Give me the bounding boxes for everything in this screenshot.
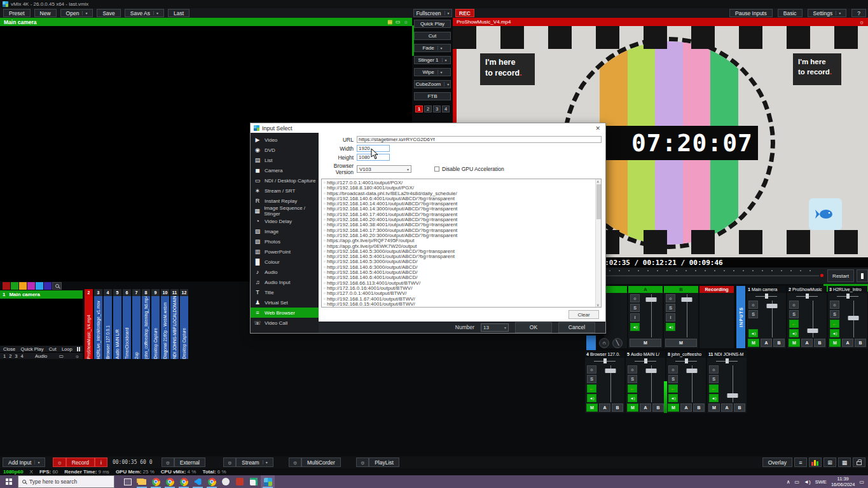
monitor-icon[interactable]: ▭ bbox=[396, 19, 401, 25]
levels-button[interactable] bbox=[809, 458, 822, 467]
close-icon[interactable]: ✕ bbox=[593, 125, 602, 132]
search-inputs-button[interactable] bbox=[52, 282, 62, 290]
save-button[interactable]: Save bbox=[97, 9, 120, 17]
input-footer-button[interactable]: 3 bbox=[14, 353, 18, 359]
cancel-button[interactable]: Cancel bbox=[558, 322, 595, 333]
channel-settings-button[interactable]: ☼ bbox=[668, 365, 678, 374]
channel-bus-b-button[interactable]: B bbox=[773, 339, 785, 347]
list-scrollbar[interactable]: ∧∨ bbox=[595, 179, 601, 307]
open-button[interactable]: Open▾ bbox=[60, 9, 93, 17]
channel-route-button[interactable]: ← bbox=[628, 384, 637, 393]
new-button[interactable]: New bbox=[34, 9, 57, 17]
input-footer-button[interactable]: 2 bbox=[8, 353, 12, 359]
channel-volume-fader[interactable] bbox=[720, 365, 745, 402]
bus-solo-button[interactable]: S bbox=[630, 304, 640, 312]
channel-speaker-button[interactable]: ◄) bbox=[709, 394, 719, 402]
disable-gpu-checkbox[interactable] bbox=[434, 166, 439, 172]
gear-icon[interactable]: ☼ bbox=[404, 19, 408, 25]
pan-slider[interactable] bbox=[707, 358, 747, 364]
input-gear-icon[interactable]: ☼ bbox=[74, 353, 80, 359]
browser-version-select[interactable]: V103 ▾ bbox=[357, 165, 411, 173]
chrome-profile-1-icon[interactable] bbox=[149, 475, 163, 488]
github-icon[interactable] bbox=[219, 475, 233, 488]
record-settings-button[interactable]: ☼ bbox=[53, 458, 65, 467]
bus-speaker-button[interactable]: ◄) bbox=[630, 323, 640, 331]
input-tab[interactable]: 8 john_coffeeshop_listening_hd.mp4 bbox=[142, 289, 150, 359]
channel-solo-button[interactable]: S bbox=[587, 375, 596, 383]
fade-button[interactable]: Fade▾ bbox=[414, 44, 451, 52]
dialog-sidebar-item[interactable]: ∗ Stream / SRT bbox=[251, 186, 319, 196]
dialog-sidebar-item[interactable]: ☏ Video Call bbox=[251, 318, 319, 328]
channel-solo-button[interactable]: S bbox=[748, 310, 758, 318]
stream-settings-button[interactable]: ☼ bbox=[223, 458, 236, 467]
open-dropdown-icon[interactable]: ▾ bbox=[82, 11, 87, 15]
bus-info-button[interactable]: i bbox=[630, 313, 640, 322]
overlay-number-button[interactable]: 4 bbox=[442, 105, 450, 112]
task-view-icon[interactable] bbox=[121, 475, 135, 488]
channel-route-button[interactable]: ← bbox=[709, 384, 719, 393]
multicorder-settings-button[interactable]: ☼ bbox=[289, 458, 301, 467]
cube-zoom-dropdown-icon[interactable]: ▾ bbox=[444, 82, 449, 86]
restart-button[interactable]: Restart bbox=[827, 269, 854, 282]
pan-slider[interactable] bbox=[747, 293, 786, 299]
dialog-sidebar-item[interactable]: ▥ PowerPoint bbox=[251, 247, 319, 257]
dialog-sidebar-item[interactable]: ♪ Audio bbox=[251, 267, 319, 277]
input-footer-button[interactable]: 1 bbox=[3, 353, 6, 359]
pan-slider[interactable] bbox=[626, 358, 665, 364]
wipe-dropdown-icon[interactable]: ▾ bbox=[437, 70, 443, 74]
fullscreen-output-icon[interactable]: ▭ bbox=[59, 353, 64, 359]
dialog-sidebar-item[interactable]: ▶ Video bbox=[251, 135, 319, 145]
basic-button[interactable]: Basic bbox=[778, 9, 803, 17]
help-button[interactable]: ? bbox=[851, 9, 866, 17]
multicorder-button[interactable]: MultiCorder bbox=[301, 458, 341, 467]
dialog-sidebar-item[interactable]: ♫ Audio Input bbox=[251, 277, 319, 287]
channel-mute-button[interactable]: M bbox=[748, 339, 759, 347]
channel-mute-button[interactable]: M bbox=[789, 339, 800, 347]
dialog-sidebar-item[interactable]: ▨ Image bbox=[251, 226, 319, 236]
pan-slider[interactable] bbox=[585, 358, 624, 364]
dialog-sidebar-item[interactable]: T Title bbox=[251, 287, 319, 297]
channel-volume-fader[interactable] bbox=[841, 301, 865, 337]
stinger-dropdown-icon[interactable]: ▾ bbox=[442, 58, 447, 62]
channel-settings-button[interactable]: ☼ bbox=[748, 301, 758, 309]
fade-dropdown-icon[interactable]: ▾ bbox=[437, 46, 443, 50]
channel-volume-fader[interactable] bbox=[639, 365, 663, 402]
save-as-button[interactable]: Save As▾ bbox=[125, 9, 164, 17]
overlay-number-button[interactable]: 3 bbox=[433, 105, 441, 112]
input-footer-button[interactable]: Loop bbox=[61, 346, 73, 352]
input-tab[interactable]: 6 TimerClockboard bbox=[123, 289, 131, 359]
overlay-button[interactable]: Overlay bbox=[762, 458, 792, 467]
channel-bus-a-button[interactable]: A bbox=[599, 403, 610, 412]
overlay-number-button[interactable]: 1 bbox=[415, 105, 423, 112]
chrome-profile-2-icon[interactable] bbox=[163, 475, 177, 488]
channel-speaker-button[interactable]: ◄) bbox=[789, 329, 799, 337]
bus-settings-button[interactable]: ☼ bbox=[666, 294, 675, 302]
red-app-icon[interactable] bbox=[233, 475, 247, 488]
channel-settings-button[interactable]: ☼ bbox=[789, 301, 799, 309]
chrome-profile-4-icon[interactable] bbox=[205, 475, 219, 488]
number-select[interactable]: 13 ▾ bbox=[481, 323, 509, 332]
dialog-sidebar-item[interactable]: ▧ Photos bbox=[251, 236, 319, 247]
channel-speaker-button[interactable]: ◄) bbox=[668, 394, 678, 402]
dialog-sidebar-item[interactable]: ◔ Video Delay bbox=[251, 216, 319, 226]
scroll-thumb[interactable] bbox=[596, 184, 601, 219]
input-tab[interactable]: 7 2up bbox=[132, 289, 141, 359]
channel-route-button[interactable]: ← bbox=[830, 320, 839, 328]
input-tab[interactable]: 9 Desktop Capture bbox=[151, 289, 160, 359]
bus-mute-button[interactable]: M bbox=[630, 339, 661, 347]
channel-solo-button[interactable]: S bbox=[668, 375, 678, 383]
pan-slider[interactable] bbox=[828, 293, 867, 299]
clear-button[interactable]: Clear bbox=[568, 310, 599, 319]
program-gear-icon[interactable]: ☼ bbox=[859, 19, 864, 25]
channel-volume-fader[interactable] bbox=[598, 365, 623, 402]
channel-bus-b-button[interactable]: B bbox=[693, 403, 705, 412]
color-swatch[interactable] bbox=[3, 282, 10, 290]
channel-bus-b-button[interactable]: B bbox=[652, 403, 664, 412]
bus-solo-button[interactable]: S bbox=[666, 304, 675, 312]
channel-mute-button[interactable]: M bbox=[708, 403, 720, 412]
dialog-sidebar-item[interactable]: R Instant Replay bbox=[251, 196, 319, 206]
bus-volume-fader[interactable] bbox=[677, 294, 696, 337]
pause-inputs-button[interactable]: Pause Inputs bbox=[729, 9, 773, 17]
mixer-inputs-tab[interactable]: INPUTS bbox=[736, 286, 745, 348]
input-tab[interactable]: 11 NDI JOHNS-MBP.LOCALDOMAIN bbox=[170, 289, 179, 359]
